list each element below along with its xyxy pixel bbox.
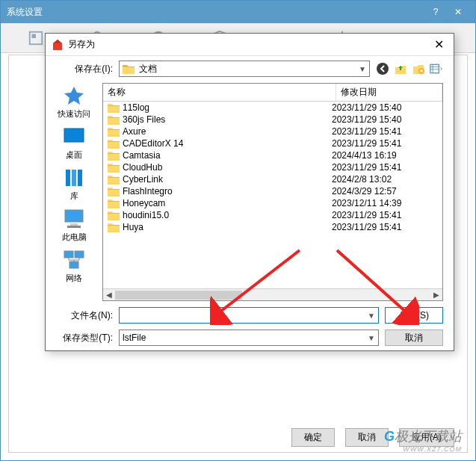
file-list[interactable]: 名称 修改日期 115log2023/11/29 15:40360js File… [102,83,443,301]
star-icon [61,84,87,107]
svg-rect-18 [64,251,73,258]
file-row[interactable]: FlashIntegro2024/3/29 12:57 [103,185,442,197]
folder-icon [108,138,120,149]
folder-icon [108,114,120,125]
file-row[interactable]: Camtasia2024/4/13 16:19 [103,149,442,161]
location-select[interactable]: 文档 ▼ [119,61,370,77]
scroll-left-icon[interactable]: ◀ [103,291,115,299]
parent-close-icon[interactable]: ✕ [447,7,469,17]
svg-rect-14 [78,170,82,186]
file-name: 360js Files [123,114,332,125]
folder-icon [108,126,120,137]
file-name: Axure [123,126,332,137]
file-name: CloudHub [123,162,332,173]
app-icon [52,39,64,51]
file-row[interactable]: CloudHub2023/11/29 15:41 [103,161,442,173]
folder-icon [108,150,120,161]
svg-rect-15 [65,210,83,222]
new-folder-icon[interactable] [412,62,425,75]
watermark: G极光下载站 WWW.XZ7.COM [384,427,462,453]
file-list-header[interactable]: 名称 修改日期 [103,84,442,102]
file-date: 2024/4/13 16:19 [332,150,438,161]
file-date: 2023/11/29 15:41 [332,210,438,220]
chevron-down-icon: ▼ [365,334,375,342]
file-row[interactable]: Axure2023/11/29 15:41 [103,126,442,137]
file-name: Honeycam [123,198,332,208]
file-row[interactable]: houdini15.02023/11/29 15:41 [103,209,442,221]
parent-titlebar: 系统设置 ? ✕ [1,1,475,23]
filename-input[interactable]: ▼ [119,307,379,324]
svg-rect-20 [69,262,78,268]
location-label: 保存在(I): [56,63,113,75]
places-bar: 快速访问 桌面 库 此电脑 网络 [46,81,102,303]
col-name[interactable]: 名称 [103,84,336,101]
folder-icon [108,102,120,113]
file-name: 115log [123,102,332,113]
file-row[interactable]: 115log2023/11/29 15:40 [103,102,442,114]
filename-label: 文件名(N): [56,309,113,322]
svg-rect-9 [430,64,439,72]
place-quick-access[interactable]: 快速访问 [58,84,90,120]
svg-rect-1 [32,34,37,38]
folder-icon [108,198,120,208]
svg-rect-16 [70,223,78,226]
svg-rect-13 [72,170,76,186]
folder-icon [108,174,120,185]
up-icon[interactable] [394,62,407,75]
parent-cancel-button[interactable]: 取消 [345,428,389,447]
place-thispc[interactable]: 此电脑 [61,208,87,243]
back-icon[interactable] [376,62,389,75]
file-name: houdini15.0 [123,210,332,220]
file-date: 2023/11/29 15:41 [332,138,438,149]
col-modified[interactable]: 修改日期 [336,84,442,101]
close-icon[interactable]: ✕ [430,36,448,54]
file-row[interactable]: Huya2023/11/29 15:41 [103,221,442,233]
save-as-dialog: 另存为 ✕ 保存在(I): 文档 ▼ 快速访问 桌面 [45,33,454,351]
file-row[interactable]: 360js Files2023/11/29 15:40 [103,114,442,126]
file-row[interactable]: CADEditorX 142023/11/29 15:41 [103,137,442,149]
svg-rect-17 [67,226,81,228]
svg-rect-12 [66,170,70,186]
parent-title: 系统设置 [7,6,424,19]
file-name: FlashIntegro [123,186,332,197]
file-date: 2023/11/29 15:41 [332,126,438,137]
file-date: 2023/12/11 14:39 [332,198,438,208]
cancel-button[interactable]: 取消 [385,329,443,346]
place-desktop[interactable]: 桌面 [61,126,87,161]
svg-rect-19 [75,251,84,258]
save-button[interactable]: 保存(S) [385,307,443,324]
filetype-select[interactable]: lstFile ▼ [119,329,379,346]
chevron-down-icon: ▼ [359,65,366,73]
file-name: CyberLink [123,174,332,185]
place-network[interactable]: 网络 [61,249,87,284]
file-row[interactable]: CyberLink2024/2/8 13:02 [103,173,442,185]
toolbar-icon-1[interactable] [28,30,44,46]
file-date: 2023/11/29 15:40 [332,102,438,113]
view-icon[interactable] [430,62,443,75]
file-date: 2023/11/29 15:40 [332,114,438,125]
file-date: 2024/3/29 12:57 [332,186,438,197]
folder-icon [108,162,120,173]
filetype-label: 保存类型(T): [56,332,113,344]
place-library[interactable]: 库 [61,167,87,202]
svg-point-7 [377,63,389,75]
chevron-down-icon[interactable]: ▼ [365,312,375,320]
file-date: 2023/11/29 15:41 [332,222,438,232]
file-row[interactable]: Honeycam2023/12/11 14:39 [103,197,442,209]
file-name: CADEditorX 14 [123,138,332,149]
folder-icon [108,210,120,220]
scroll-thumb[interactable] [115,291,242,300]
parent-help-icon[interactable]: ? [424,7,447,17]
scroll-right-icon[interactable]: ▶ [430,291,442,299]
svg-rect-10 [64,129,84,142]
dialog-title: 另存为 [68,38,430,51]
file-name: Camtasia [123,150,332,161]
folder-icon [108,186,120,197]
horizontal-scrollbar[interactable]: ◀ ▶ [103,288,442,300]
desktop-icon [61,126,87,148]
folder-icon [108,222,120,232]
file-date: 2024/2/8 13:02 [332,174,438,185]
parent-ok-button[interactable]: 确定 [291,428,335,447]
pc-icon [61,208,87,230]
folder-icon [123,64,135,74]
